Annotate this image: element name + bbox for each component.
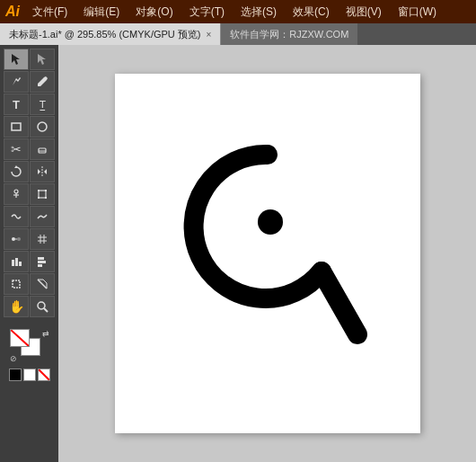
- rectangle-tool[interactable]: [4, 116, 29, 138]
- swatch-container: ⇄ ⊘: [10, 329, 49, 363]
- svg-point-3: [38, 122, 47, 131]
- svg-marker-9: [44, 169, 47, 174]
- tool-row-9: [4, 228, 55, 250]
- tab-active[interactable]: 未标题-1.ai* @ 295.85% (CMYK/GPU 预览) ×: [0, 23, 220, 45]
- tab-bar: 未标题-1.ai* @ 295.85% (CMYK/GPU 预览) × 软件自学…: [0, 23, 476, 45]
- tool-row-11: [4, 273, 55, 295]
- menu-select[interactable]: 选择(S): [237, 3, 280, 22]
- tool-row-8: [4, 206, 55, 227]
- svg-marker-1: [38, 54, 46, 65]
- tool-row-1: [4, 49, 55, 70]
- menu-type[interactable]: 文字(T): [186, 3, 228, 22]
- none-color-button[interactable]: ⊘: [10, 354, 17, 363]
- puppet-warp-tool[interactable]: [4, 183, 29, 205]
- svg-point-19: [17, 237, 21, 241]
- tool-row-7: [4, 183, 55, 205]
- svg-rect-14: [38, 190, 40, 191]
- menu-object[interactable]: 对象(O): [132, 3, 176, 22]
- scissors-tool[interactable]: ✂: [4, 138, 29, 160]
- menu-edit[interactable]: 编辑(E): [80, 3, 123, 22]
- reflect-tool[interactable]: [30, 161, 55, 182]
- black-swatch[interactable]: [9, 369, 22, 381]
- canvas-area: [58, 45, 476, 462]
- svg-rect-25: [12, 260, 14, 266]
- svg-rect-27: [19, 262, 22, 266]
- mesh-tool[interactable]: [30, 228, 55, 250]
- svg-point-10: [14, 190, 18, 193]
- free-transform-tool[interactable]: [30, 183, 55, 205]
- tool-row-6: [4, 161, 55, 182]
- white-swatch[interactable]: [23, 369, 36, 381]
- rotate-tool[interactable]: [4, 161, 29, 182]
- eraser-tool[interactable]: [30, 138, 55, 160]
- svg-rect-13: [39, 191, 46, 198]
- main-area: T T̲ ✂: [0, 45, 476, 462]
- hand-tool[interactable]: ✋: [4, 296, 29, 317]
- svg-rect-16: [38, 197, 40, 199]
- tab-inactive[interactable]: 软件自学网：RJZXW.COM: [220, 23, 357, 45]
- svg-point-33: [38, 302, 45, 309]
- app-logo: Ai: [5, 4, 20, 20]
- svg-rect-17: [45, 197, 47, 199]
- svg-rect-26: [15, 258, 18, 266]
- svg-marker-8: [38, 169, 40, 174]
- tab-close-button[interactable]: ×: [207, 30, 212, 40]
- tool-row-5: ✂: [4, 138, 55, 160]
- direct-select-tool[interactable]: [30, 49, 55, 70]
- column-graph-tool[interactable]: [4, 251, 29, 272]
- canvas-content: [164, 128, 371, 379]
- reshape-tool[interactable]: [30, 206, 55, 227]
- svg-line-37: [322, 271, 357, 334]
- none-swatch[interactable]: [38, 369, 50, 381]
- menu-effect[interactable]: 效果(C): [289, 3, 333, 22]
- slice-tool[interactable]: [30, 273, 55, 295]
- svg-marker-0: [12, 54, 20, 65]
- menu-view[interactable]: 视图(V): [342, 3, 385, 22]
- tool-row-12: ✋: [4, 296, 55, 317]
- tool-row-4: [4, 116, 55, 138]
- svg-line-35: [11, 330, 30, 347]
- bar-graph-tool[interactable]: [30, 251, 55, 272]
- svg-line-36: [39, 369, 50, 381]
- warp-tool[interactable]: [4, 206, 29, 227]
- tool-row-10: [4, 251, 55, 272]
- svg-rect-30: [38, 264, 42, 267]
- mini-color-row: [9, 369, 50, 381]
- menu-window[interactable]: 窗口(W): [394, 3, 440, 22]
- color-area: ⇄ ⊘: [4, 324, 56, 386]
- fg-color-swatch[interactable]: [10, 329, 30, 347]
- svg-rect-15: [45, 190, 47, 191]
- tool-row-3: T T̲: [4, 93, 55, 115]
- artboard: [115, 74, 420, 433]
- tool-row-2: [4, 71, 55, 93]
- artboard-tool[interactable]: [4, 273, 29, 295]
- menu-file[interactable]: 文件(F): [29, 3, 71, 22]
- svg-rect-29: [38, 261, 46, 263]
- pen-tool[interactable]: [4, 71, 29, 93]
- svg-rect-2: [12, 123, 21, 130]
- zoom-tool[interactable]: [30, 296, 55, 317]
- swap-colors-button[interactable]: ⇄: [42, 329, 49, 338]
- select-tool[interactable]: [4, 49, 29, 70]
- svg-rect-28: [38, 257, 44, 260]
- ellipse-tool[interactable]: [30, 116, 55, 138]
- svg-line-32: [38, 280, 47, 289]
- svg-rect-31: [13, 280, 20, 288]
- toolbar: T T̲ ✂: [0, 45, 58, 462]
- tab-inactive-label: 软件自学网：RJZXW.COM: [230, 28, 348, 41]
- pencil-tool[interactable]: [30, 71, 55, 93]
- blend-tool[interactable]: [4, 228, 29, 250]
- tab-active-label: 未标题-1.ai* @ 295.85% (CMYK/GPU 预览): [9, 28, 201, 41]
- svg-point-38: [258, 209, 283, 235]
- svg-point-18: [12, 237, 15, 241]
- touch-type-tool[interactable]: T̲: [30, 93, 55, 115]
- svg-line-34: [44, 308, 48, 312]
- title-bar: Ai 文件(F) 编辑(E) 对象(O) 文字(T) 选择(S) 效果(C) 视…: [0, 0, 476, 23]
- type-tool[interactable]: T: [4, 93, 29, 115]
- menu-bar: 文件(F) 编辑(E) 对象(O) 文字(T) 选择(S) 效果(C) 视图(V…: [29, 3, 440, 22]
